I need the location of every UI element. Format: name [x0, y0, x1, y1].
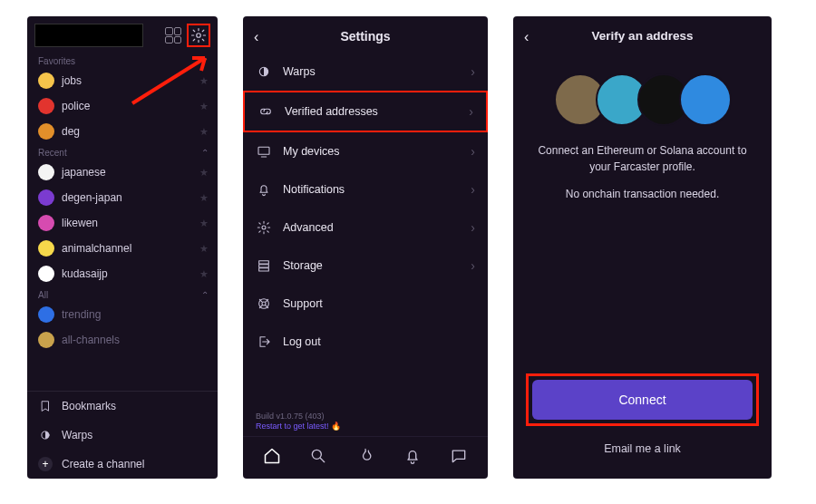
connect-highlight-box: Connect — [526, 373, 759, 426]
channel-avatar — [38, 332, 54, 348]
build-version: Build v1.0.75 (403) — [256, 412, 475, 422]
channel-avatar — [38, 164, 54, 180]
warps-link[interactable]: Warps — [27, 421, 218, 450]
favorites-label: Favorites — [38, 56, 75, 66]
favorite-star-icon[interactable]: ★ — [199, 101, 209, 112]
bell-icon — [256, 181, 272, 198]
avatar-3 — [679, 73, 732, 126]
plus-icon: + — [38, 457, 53, 471]
gear-icon — [190, 27, 207, 44]
settings-row-support[interactable]: Support — [243, 285, 488, 323]
sidebar-item-deg[interactable]: deg ★ — [27, 119, 218, 144]
sidebar-item-police[interactable]: police ★ — [27, 93, 218, 119]
settings-row-devices[interactable]: My devices › — [243, 132, 488, 170]
sidebar-item-kudasaijp[interactable]: kudasaijp ★ — [27, 261, 218, 286]
chevron-right-icon: › — [471, 64, 475, 79]
settings-row-verified[interactable]: Verified addresses › — [243, 91, 488, 132]
sidebar-item-animalchannel[interactable]: animalchannel ★ — [27, 236, 218, 261]
sidebar-item-likewen[interactable]: likewen ★ — [27, 210, 218, 236]
gear-icon — [256, 219, 272, 236]
favorite-star-icon[interactable]: ★ — [199, 75, 209, 87]
back-button[interactable]: ‹ — [254, 29, 258, 45]
channel-label: police — [62, 100, 90, 112]
bookmarks-label: Bookmarks — [62, 400, 116, 412]
favorites-header[interactable]: Favorites ⌃ — [27, 53, 218, 68]
channel-avatar — [38, 189, 54, 206]
chevron-up-icon: ⌃ — [201, 290, 209, 300]
settings-row-logout[interactable]: Log out — [243, 323, 488, 361]
svg-rect-7 — [259, 268, 269, 271]
restart-prompt[interactable]: Restart to get latest! 🔥 — [256, 422, 475, 432]
bookmarks-link[interactable]: Bookmarks — [27, 392, 218, 421]
sidebar-item-trending[interactable]: trending — [27, 302, 218, 327]
favorite-star-icon[interactable]: ★ — [199, 268, 209, 280]
half-circle-icon — [38, 428, 53, 442]
channel-avatar — [38, 306, 54, 323]
sidebar-item-degen-japan[interactable]: degen-japan ★ — [27, 185, 218, 210]
settings-panel: ‹ Settings Warps › Verified addresses › … — [243, 16, 488, 479]
svg-point-10 — [313, 450, 322, 459]
sidebar-item-japanese[interactable]: japanese ★ — [27, 160, 218, 185]
page-title: Verify an address — [592, 29, 694, 43]
channel-label: jobs — [62, 74, 82, 87]
channel-avatar — [38, 266, 54, 282]
channel-label: trending — [62, 308, 101, 321]
channel-label: japanese — [62, 166, 106, 179]
warps-label: Warps — [62, 429, 92, 441]
svg-rect-3 — [258, 147, 269, 154]
favorite-star-icon[interactable]: ★ — [199, 126, 209, 138]
channel-label: all-channels — [62, 334, 120, 346]
tab-messages[interactable] — [449, 446, 469, 466]
page-title: Settings — [340, 29, 390, 44]
chevron-right-icon: › — [471, 258, 475, 273]
profile-header[interactable] — [34, 24, 143, 47]
channel-avatar — [38, 98, 54, 114]
chevron-up-icon: ⌃ — [201, 148, 209, 158]
sidebar-panel: Favorites ⌃ jobs ★ police ★ deg ★ Recent… — [27, 16, 218, 479]
recent-header[interactable]: Recent ⌃ — [27, 144, 218, 160]
chevron-right-icon: › — [471, 182, 475, 197]
channel-avatar — [38, 215, 54, 231]
create-channel-link[interactable]: + Create a channel — [27, 450, 218, 479]
recent-label: Recent — [38, 148, 67, 158]
favorite-star-icon[interactable]: ★ — [199, 167, 209, 179]
channel-label: likewen — [62, 217, 98, 229]
qr-icon[interactable] — [165, 27, 181, 44]
back-button[interactable]: ‹ — [524, 29, 529, 45]
verify-description: Connect an Ethereum or Solana account to… — [513, 142, 772, 202]
chevron-up-icon: ⌃ — [201, 56, 209, 66]
logout-icon — [256, 334, 272, 350]
chevron-right-icon: › — [471, 144, 475, 159]
verify-header: ‹ Verify an address — [513, 16, 772, 50]
bottom-tab-bar — [243, 436, 488, 479]
settings-row-label: Verified addresses — [285, 105, 378, 118]
tab-search[interactable] — [308, 446, 328, 466]
settings-row-label: My devices — [283, 145, 340, 158]
favorite-star-icon[interactable]: ★ — [199, 243, 209, 255]
bookmark-icon — [38, 399, 53, 413]
all-header[interactable]: All ⌃ — [27, 286, 218, 302]
tab-notifications[interactable] — [403, 446, 423, 466]
svg-point-9 — [262, 302, 266, 305]
build-info: Build v1.0.75 (403) Restart to get lates… — [243, 406, 488, 436]
connect-button[interactable]: Connect — [532, 380, 753, 420]
settings-row-notif[interactable]: Notifications › — [243, 170, 488, 208]
settings-row-storage[interactable]: Storage › — [243, 247, 488, 285]
settings-row-label: Warps — [283, 65, 316, 78]
favorite-star-icon[interactable]: ★ — [199, 192, 209, 204]
channel-label: degen-japan — [62, 191, 122, 204]
settings-row-warps[interactable]: Warps › — [243, 53, 488, 91]
tab-home[interactable] — [262, 446, 282, 466]
channel-label: kudasaijp — [62, 267, 108, 280]
settings-row-label: Support — [283, 297, 323, 310]
monitor-icon — [256, 143, 272, 160]
sidebar-item-jobs[interactable]: jobs ★ — [27, 68, 218, 93]
link-icon — [257, 103, 274, 120]
settings-row-advanced[interactable]: Advanced › — [243, 208, 488, 247]
sidebar-item-all-channels[interactable]: all-channels — [27, 327, 218, 353]
email-link-button[interactable]: Email me a link — [526, 435, 759, 462]
favorite-star-icon[interactable]: ★ — [199, 218, 209, 229]
verify-panel: ‹ Verify an address Connect an Ethereum … — [513, 16, 772, 479]
settings-button[interactable] — [187, 24, 210, 47]
tab-fire[interactable] — [355, 446, 375, 466]
